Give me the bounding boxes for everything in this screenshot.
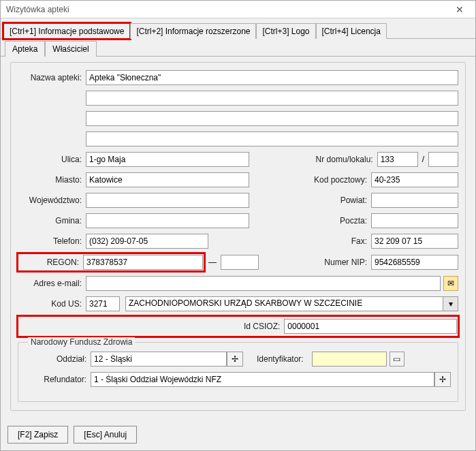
slash: / <box>418 155 428 164</box>
fax-input[interactable] <box>371 234 458 249</box>
label-nrdom: Nr domu/lokalu: <box>298 155 377 164</box>
subtab-apteka[interactable]: Apteka <box>5 41 45 57</box>
ident-input[interactable] <box>312 352 387 367</box>
regon2-input[interactable] <box>221 255 259 270</box>
refund-pick-button[interactable]: ✢ <box>434 372 451 387</box>
kodus-input[interactable] <box>86 296 120 311</box>
nrdom-input[interactable] <box>377 152 418 167</box>
us-select[interactable]: ZACHODNIOPOMORSKI URZĄD SKARBOWY W SZCZE… <box>125 296 458 311</box>
poczta-input[interactable] <box>371 213 458 228</box>
label-nip: Numer NIP: <box>292 258 371 267</box>
sub-tabs: Apteka Właściciel <box>1 40 475 57</box>
window-title: Wizytówka apteki <box>6 5 69 14</box>
close-icon[interactable]: ✕ <box>449 4 470 15</box>
nip-input[interactable] <box>371 255 458 270</box>
form-group: Nazwa apteki: Ulica: Nr domu/lokalu: / M… <box>10 62 466 411</box>
mail-icon[interactable]: ✉ <box>443 276 458 291</box>
label-idcsioz: Id CSIOZ: <box>244 322 284 331</box>
save-button[interactable]: [F2] Zapisz <box>7 426 68 444</box>
label-miasto: Miasto: <box>18 175 86 185</box>
window: Wizytówka apteki ✕ [Ctrl+1] Informacje p… <box>0 0 476 451</box>
gmina-input[interactable] <box>86 213 249 228</box>
label-kodp: Kod pocztowy: <box>292 175 371 185</box>
label-powiat: Powiat: <box>292 196 371 205</box>
regon-input[interactable] <box>83 255 203 270</box>
label-tel: Telefon: <box>18 236 86 246</box>
tab-info-ext[interactable]: [Ctrl+2] Informacje rozszerzone <box>130 23 256 39</box>
label-email: Adres e-mail: <box>18 279 86 288</box>
tab-license[interactable]: [Ctrl+4] Licencja <box>316 23 387 39</box>
subtab-wlasciciel[interactable]: Właściciel <box>45 41 96 57</box>
oddzial-pick-button[interactable]: ✢ <box>227 352 243 367</box>
ulica-input[interactable] <box>86 152 249 167</box>
notebook-icon[interactable]: ▭ <box>390 352 404 367</box>
nfz-fieldset: Narodowy Fundusz Zdrowia Oddział: ✢ Iden… <box>18 342 458 402</box>
label-woj: Województwo: <box>18 196 86 205</box>
label-poczta: Poczta: <box>292 216 371 226</box>
label-regon: REGON: <box>19 258 83 267</box>
label-ident: Identyfikator: <box>257 354 308 364</box>
tel-input[interactable] <box>86 234 208 249</box>
chevron-down-icon[interactable]: ▾ <box>443 296 458 311</box>
footer-buttons: [F2] Zapisz [Esc] Anuluj <box>7 426 137 444</box>
label-oddzial: Oddział: <box>25 354 91 364</box>
powiat-input[interactable] <box>371 193 458 208</box>
lokal-input[interactable] <box>428 152 458 167</box>
label-fax: Fax: <box>292 236 371 246</box>
nazwa-input[interactable] <box>86 70 458 85</box>
label-gmina: Gmina: <box>18 216 86 226</box>
tab-logo[interactable]: [Ctrl+3] Logo <box>256 23 315 39</box>
idcsioz-input[interactable] <box>284 319 457 334</box>
nazwa-line3[interactable] <box>86 111 458 126</box>
titlebar: Wizytówka apteki ✕ <box>1 1 475 18</box>
label-refund: Refundator: <box>25 375 91 384</box>
label-ulica: Ulica: <box>18 155 86 164</box>
nfz-legend: Narodowy Fundusz Zdrowia <box>28 337 135 347</box>
main-tabs: [Ctrl+1] Informacje podstawowe [Ctrl+2] … <box>1 18 475 39</box>
oddzial-input[interactable] <box>91 352 227 367</box>
label-nazwa: Nazwa apteki: <box>18 73 86 82</box>
nazwa-line2[interactable] <box>86 91 458 106</box>
tab-info-basic[interactable]: [Ctrl+1] Informacje podstawowe <box>3 23 130 39</box>
email-input[interactable] <box>86 276 441 291</box>
kodp-input[interactable] <box>371 172 458 187</box>
us-select-value: ZACHODNIOPOMORSKI URZĄD SKARBOWY W SZCZE… <box>125 296 443 311</box>
label-kodus: Kod US: <box>18 299 86 309</box>
miasto-input[interactable] <box>86 172 249 187</box>
woj-input[interactable] <box>86 193 249 208</box>
cancel-button[interactable]: [Esc] Anuluj <box>74 426 137 444</box>
refund-input[interactable] <box>91 372 434 387</box>
nazwa-line4[interactable] <box>86 131 458 146</box>
dash: — <box>204 258 221 267</box>
